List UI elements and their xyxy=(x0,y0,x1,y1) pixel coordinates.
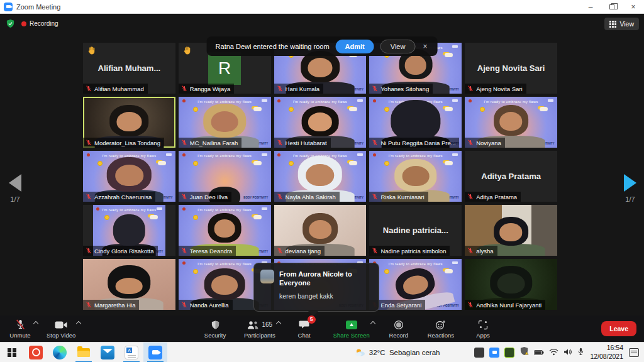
participants-count: 165 xyxy=(262,321,272,328)
system-tray xyxy=(474,346,584,358)
prev-page-button[interactable]: 1/7 xyxy=(3,174,28,203)
close-button[interactable]: × xyxy=(623,0,644,13)
recording-indicator[interactable]: Recording xyxy=(21,20,58,27)
battery-icon[interactable] xyxy=(534,347,544,358)
taskbar-app-file-explorer[interactable] xyxy=(72,343,96,362)
participant-tile[interactable]: Nadine patricia...Nadine patricia simbol… xyxy=(369,205,462,256)
participant-tile[interactable]: I'm ready to embrace my flawsBODY POSITI… xyxy=(179,205,271,256)
participant-tile[interactable]: I'm ready to embrace my flawsBODY POSITI… xyxy=(179,151,271,202)
weather-temp: 32°C xyxy=(369,349,386,356)
participant-name-label: MC_Nailina Farah xyxy=(179,138,242,148)
participant-tile[interactable]: Moderator_Lisa Tondang xyxy=(83,97,175,148)
participant-tile[interactable]: Margaretha Hia xyxy=(83,259,175,310)
tray-security-shield-icon[interactable] xyxy=(519,346,529,358)
participants-options-caret[interactable] xyxy=(275,321,280,326)
taskbar-app-document[interactable]: A xyxy=(119,343,143,362)
clock-time: 16:54 xyxy=(590,344,623,352)
zoom-logo-icon xyxy=(4,3,13,11)
share-screen-label: Share Screen xyxy=(333,332,370,339)
tray-gpu-icon[interactable] xyxy=(504,348,514,358)
meeting-area: Recording View Ratna Dewi entered the wa… xyxy=(0,14,644,342)
chat-popup-message: keren banget kakk xyxy=(279,292,372,300)
muted-mic-icon xyxy=(467,140,474,146)
participant-tile[interactable]: I'm ready to embrace my flawsBODY POSITI… xyxy=(465,97,557,148)
share-options-caret[interactable] xyxy=(370,321,375,326)
participant-tile[interactable]: Alifian Muham...Alifian Muhammad xyxy=(83,43,175,94)
participant-name-label: alysha xyxy=(465,246,497,256)
action-center-icon[interactable] xyxy=(629,348,639,357)
minimize-button[interactable]: – xyxy=(580,0,601,13)
partly-cloudy-icon xyxy=(355,348,365,356)
taskbar-app-mail[interactable] xyxy=(96,343,119,362)
leave-button[interactable]: Leave xyxy=(601,321,636,336)
share-screen-button[interactable]: Share Screen xyxy=(330,318,374,340)
participants-label: Participants xyxy=(244,332,275,339)
tray-app-icon[interactable] xyxy=(474,348,484,358)
participant-tile[interactable]: I'm ready to embrace my flawsBODY POSITI… xyxy=(274,151,367,202)
next-page-label: 1/7 xyxy=(618,195,643,203)
windows-taskbar: A 32°C Sebagian cerah 16:54 12/ xyxy=(0,342,644,362)
participant-tile[interactable]: I'm ready to embrace my flawsBODY POSITI… xyxy=(83,151,175,202)
participant-tile[interactable]: I'm ready to embrace my flawsBODY POSITI… xyxy=(83,205,175,256)
participant-tile[interactable]: I'm ready to embrace my flawsBODY POSITI… xyxy=(369,97,462,148)
video-options-caret[interactable] xyxy=(76,321,81,326)
participant-tile[interactable]: I'm ready to embrace my flawsBODY POSITI… xyxy=(369,259,462,310)
raised-hand-icon xyxy=(182,46,192,55)
participant-tile[interactable]: I'm ready to embrace my flawsBODY POSITI… xyxy=(179,97,271,148)
taskbar-app-red[interactable] xyxy=(24,343,48,362)
reactions-label: Reactions xyxy=(428,332,454,339)
participant-name-label: Azzahrah Chaerunisa xyxy=(83,192,155,202)
unmute-button[interactable]: Unmute xyxy=(4,318,36,340)
taskbar-app-edge[interactable] xyxy=(48,343,72,362)
security-button[interactable]: Security xyxy=(199,318,231,340)
record-icon xyxy=(394,319,404,331)
participants-button[interactable]: 165 Participants xyxy=(240,318,279,340)
muted-mic-icon xyxy=(372,85,378,92)
participant-tile[interactable]: I'm ready to embrace my flawsBODY POSITI… xyxy=(274,97,367,148)
participant-name-label: Riska Kurniasari xyxy=(369,192,428,202)
participant-tile[interactable]: deviana tjang xyxy=(274,205,367,256)
chat-button[interactable]: 5 Chat xyxy=(288,318,321,340)
participant-tile[interactable]: Ajeng Novita SariAjeng Novita Sari xyxy=(465,43,557,94)
tray-zoom-icon[interactable] xyxy=(489,348,499,358)
view-button[interactable]: View xyxy=(604,18,639,30)
muted-mic-icon xyxy=(86,302,92,308)
banner-close-icon[interactable]: × xyxy=(421,42,428,51)
encryption-shield-icon[interactable] xyxy=(6,19,15,31)
admit-button[interactable]: Admit xyxy=(336,40,374,53)
chat-notification-popup[interactable]: From Aurora Nicole to Everyone keren ban… xyxy=(253,263,379,312)
view-button-label: View xyxy=(619,20,634,28)
participant-tile[interactable]: I'm ready to embrace my flawsBODY POSITI… xyxy=(369,151,462,202)
clock-date: 12/08/2021 xyxy=(590,353,623,361)
muted-mic-icon xyxy=(181,194,187,200)
share-screen-icon xyxy=(346,321,357,329)
participant-name-label: Cindy Gloria Risakotta xyxy=(83,246,158,256)
restore-button[interactable] xyxy=(601,0,623,13)
muted-mic-icon xyxy=(467,248,474,254)
participant-tile[interactable]: alysha xyxy=(465,205,557,256)
wifi-icon[interactable] xyxy=(549,347,558,358)
grid-view-icon xyxy=(609,21,616,28)
muted-mic-icon xyxy=(181,302,187,308)
edge-browser-icon xyxy=(53,346,67,359)
taskbar-clock[interactable]: 16:54 12/08/2021 xyxy=(590,344,623,360)
weather-widget[interactable]: 32°C Sebagian cerah xyxy=(355,348,440,356)
apps-button[interactable]: Apps xyxy=(467,318,499,340)
participant-name-label: Hesti Hutabarat xyxy=(274,138,331,148)
banner-view-button[interactable]: View xyxy=(380,40,416,53)
participant-tile[interactable]: Aditya PratamaAditya Pratama xyxy=(465,151,557,202)
start-button[interactable] xyxy=(0,343,24,362)
raised-hand-icon xyxy=(182,46,192,58)
document-app-icon: A xyxy=(125,346,138,359)
reactions-button[interactable]: Reactions xyxy=(424,318,458,340)
tray-mic-icon[interactable] xyxy=(577,347,584,358)
stop-video-button[interactable]: Stop Video xyxy=(43,318,79,340)
next-page-button[interactable]: 1/7 xyxy=(618,174,643,203)
participant-tile[interactable]: Andhika Nurul Fajaryanti xyxy=(465,259,557,310)
taskbar-app-zoom[interactable] xyxy=(143,343,167,362)
participants-icon xyxy=(247,321,260,329)
unmute-options-caret[interactable] xyxy=(33,321,38,326)
apps-icon xyxy=(478,319,488,331)
record-button[interactable]: Record xyxy=(382,318,415,340)
volume-icon[interactable] xyxy=(564,347,572,358)
